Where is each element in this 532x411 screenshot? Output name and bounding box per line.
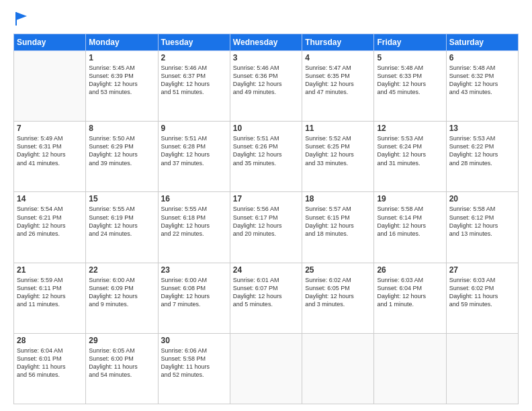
cell-info: Sunrise: 5:55 AM Sunset: 6:18 PM Dayligh… <box>161 205 227 238</box>
week-row-1: 1Sunrise: 5:45 AM Sunset: 6:39 PM Daylig… <box>14 51 519 122</box>
calendar-cell: 9Sunrise: 5:51 AM Sunset: 6:28 PM Daylig… <box>158 122 230 192</box>
calendar-cell: 25Sunrise: 6:02 AM Sunset: 6:05 PM Dayli… <box>302 263 374 333</box>
calendar-cell: 17Sunrise: 5:56 AM Sunset: 6:17 PM Dayli… <box>230 192 302 263</box>
calendar-cell: 15Sunrise: 5:55 AM Sunset: 6:19 PM Dayli… <box>86 192 158 263</box>
day-number: 29 <box>89 336 154 345</box>
cell-info: Sunrise: 6:02 AM Sunset: 6:05 PM Dayligh… <box>305 276 371 309</box>
cell-info: Sunrise: 6:01 AM Sunset: 6:07 PM Dayligh… <box>233 276 299 309</box>
day-number: 14 <box>17 194 83 203</box>
day-number: 9 <box>161 124 227 133</box>
calendar-cell: 29Sunrise: 6:05 AM Sunset: 6:00 PM Dayli… <box>86 333 158 404</box>
cell-info: Sunrise: 5:56 AM Sunset: 6:17 PM Dayligh… <box>233 205 299 238</box>
week-row-4: 21Sunrise: 5:59 AM Sunset: 6:11 PM Dayli… <box>14 263 519 333</box>
calendar-cell: 27Sunrise: 6:03 AM Sunset: 6:02 PM Dayli… <box>446 263 518 333</box>
cell-info: Sunrise: 5:49 AM Sunset: 6:31 PM Dayligh… <box>17 134 83 167</box>
calendar-cell: 4Sunrise: 5:47 AM Sunset: 6:35 PM Daylig… <box>302 51 374 122</box>
day-number: 17 <box>233 194 299 203</box>
cell-info: Sunrise: 5:46 AM Sunset: 6:37 PM Dayligh… <box>161 64 227 97</box>
calendar-cell: 3Sunrise: 5:46 AM Sunset: 6:36 PM Daylig… <box>230 51 302 122</box>
calendar-cell: 13Sunrise: 5:53 AM Sunset: 6:22 PM Dayli… <box>446 122 518 192</box>
day-number: 18 <box>305 194 371 203</box>
day-number: 22 <box>89 265 154 275</box>
day-number: 26 <box>377 265 443 275</box>
cell-info: Sunrise: 6:06 AM Sunset: 5:58 PM Dayligh… <box>161 347 227 379</box>
calendar-cell: 18Sunrise: 5:57 AM Sunset: 6:15 PM Dayli… <box>302 192 374 263</box>
weekday-header-row: SundayMondayTuesdayWednesdayThursdayFrid… <box>14 34 519 51</box>
logo-icon <box>15 11 28 27</box>
calendar-cell: 20Sunrise: 5:58 AM Sunset: 6:12 PM Dayli… <box>446 192 518 263</box>
calendar-cell: 22Sunrise: 6:00 AM Sunset: 6:09 PM Dayli… <box>86 263 158 333</box>
cell-info: Sunrise: 5:55 AM Sunset: 6:19 PM Dayligh… <box>89 205 154 238</box>
day-number: 4 <box>305 53 371 62</box>
day-number: 12 <box>377 124 443 133</box>
cell-info: Sunrise: 5:58 AM Sunset: 6:12 PM Dayligh… <box>449 205 515 238</box>
calendar-cell <box>374 333 446 404</box>
calendar-cell <box>230 333 302 404</box>
weekday-header-friday: Friday <box>374 34 446 51</box>
week-row-2: 7Sunrise: 5:49 AM Sunset: 6:31 PM Daylig… <box>14 122 519 192</box>
day-number: 19 <box>377 194 443 203</box>
day-number: 10 <box>233 124 299 133</box>
calendar-cell: 21Sunrise: 5:59 AM Sunset: 6:11 PM Dayli… <box>14 263 86 333</box>
cell-info: Sunrise: 6:04 AM Sunset: 6:01 PM Dayligh… <box>17 347 83 379</box>
day-number: 27 <box>449 265 515 275</box>
day-number: 24 <box>233 265 299 275</box>
day-number: 11 <box>305 124 371 133</box>
weekday-header-wednesday: Wednesday <box>230 34 302 51</box>
cell-info: Sunrise: 6:05 AM Sunset: 6:00 PM Dayligh… <box>89 347 154 379</box>
cell-info: Sunrise: 5:59 AM Sunset: 6:11 PM Dayligh… <box>17 276 83 309</box>
calendar-cell: 2Sunrise: 5:46 AM Sunset: 6:37 PM Daylig… <box>158 51 230 122</box>
cell-info: Sunrise: 5:45 AM Sunset: 6:39 PM Dayligh… <box>89 64 154 97</box>
day-number: 3 <box>233 53 299 62</box>
week-row-5: 28Sunrise: 6:04 AM Sunset: 6:01 PM Dayli… <box>14 333 519 404</box>
calendar-cell: 26Sunrise: 6:03 AM Sunset: 6:04 PM Dayli… <box>374 263 446 333</box>
weekday-header-monday: Monday <box>86 34 158 51</box>
day-number: 7 <box>17 124 83 133</box>
week-row-3: 14Sunrise: 5:54 AM Sunset: 6:21 PM Dayli… <box>14 192 519 263</box>
day-number: 25 <box>305 265 371 275</box>
weekday-header-sunday: Sunday <box>14 34 86 51</box>
day-number: 16 <box>161 194 227 203</box>
calendar-cell: 10Sunrise: 5:51 AM Sunset: 6:26 PM Dayli… <box>230 122 302 192</box>
day-number: 30 <box>161 336 227 345</box>
cell-info: Sunrise: 6:03 AM Sunset: 6:02 PM Dayligh… <box>449 276 515 309</box>
day-number: 15 <box>89 194 154 203</box>
day-number: 6 <box>449 53 515 62</box>
calendar-cell <box>302 333 374 404</box>
calendar-cell: 11Sunrise: 5:52 AM Sunset: 6:25 PM Dayli… <box>302 122 374 192</box>
calendar-cell: 14Sunrise: 5:54 AM Sunset: 6:21 PM Dayli… <box>14 192 86 263</box>
calendar-cell: 24Sunrise: 6:01 AM Sunset: 6:07 PM Dayli… <box>230 263 302 333</box>
svg-marker-0 <box>16 12 27 20</box>
calendar-cell: 12Sunrise: 5:53 AM Sunset: 6:24 PM Dayli… <box>374 122 446 192</box>
calendar-cell: 7Sunrise: 5:49 AM Sunset: 6:31 PM Daylig… <box>14 122 86 192</box>
cell-info: Sunrise: 5:48 AM Sunset: 6:33 PM Dayligh… <box>377 64 443 97</box>
cell-info: Sunrise: 5:48 AM Sunset: 6:32 PM Dayligh… <box>449 64 515 97</box>
cell-info: Sunrise: 6:00 AM Sunset: 6:09 PM Dayligh… <box>89 276 154 309</box>
calendar-cell: 1Sunrise: 5:45 AM Sunset: 6:39 PM Daylig… <box>86 51 158 122</box>
calendar-cell: 23Sunrise: 6:00 AM Sunset: 6:08 PM Dayli… <box>158 263 230 333</box>
calendar-cell: 28Sunrise: 6:04 AM Sunset: 6:01 PM Dayli… <box>14 333 86 404</box>
calendar-cell: 6Sunrise: 5:48 AM Sunset: 6:32 PM Daylig… <box>446 51 518 122</box>
calendar-cell: 16Sunrise: 5:55 AM Sunset: 6:18 PM Dayli… <box>158 192 230 263</box>
cell-info: Sunrise: 5:53 AM Sunset: 6:22 PM Dayligh… <box>449 134 515 167</box>
day-number: 5 <box>377 53 443 62</box>
cell-info: Sunrise: 5:50 AM Sunset: 6:29 PM Dayligh… <box>89 134 154 167</box>
calendar-cell <box>446 333 518 404</box>
logo <box>13 11 28 27</box>
day-number: 20 <box>449 194 515 203</box>
weekday-header-saturday: Saturday <box>446 34 518 51</box>
cell-info: Sunrise: 5:51 AM Sunset: 6:28 PM Dayligh… <box>161 134 227 167</box>
day-number: 1 <box>89 53 154 62</box>
cell-info: Sunrise: 5:57 AM Sunset: 6:15 PM Dayligh… <box>305 205 371 238</box>
header <box>13 11 519 27</box>
weekday-header-tuesday: Tuesday <box>158 34 230 51</box>
calendar-table: SundayMondayTuesdayWednesdayThursdayFrid… <box>13 34 519 404</box>
day-number: 23 <box>161 265 227 275</box>
calendar-cell: 30Sunrise: 6:06 AM Sunset: 5:58 PM Dayli… <box>158 333 230 404</box>
calendar-cell: 19Sunrise: 5:58 AM Sunset: 6:14 PM Dayli… <box>374 192 446 263</box>
day-number: 28 <box>17 336 83 345</box>
cell-info: Sunrise: 5:58 AM Sunset: 6:14 PM Dayligh… <box>377 205 443 238</box>
day-number: 21 <box>17 265 83 275</box>
cell-info: Sunrise: 6:00 AM Sunset: 6:08 PM Dayligh… <box>161 276 227 309</box>
cell-info: Sunrise: 5:51 AM Sunset: 6:26 PM Dayligh… <box>233 134 299 167</box>
